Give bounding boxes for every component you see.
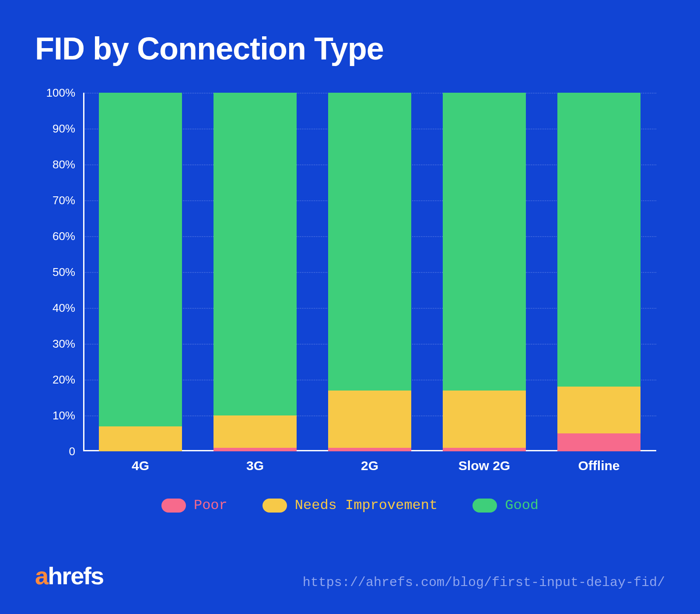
bar-segment: [99, 93, 182, 426]
source-url: https://ahrefs.com/blog/first-input-dela…: [303, 575, 665, 590]
bar-column: [312, 93, 427, 451]
bar-segment: [99, 426, 182, 451]
y-tick: 50%: [52, 265, 75, 279]
y-axis: 010%20%30%40%50%60%70%80%90%100%: [35, 93, 83, 451]
legend: Poor Needs Improvement Good: [35, 497, 665, 513]
bar-segment: [557, 433, 640, 451]
y-tick: 40%: [52, 301, 75, 315]
bar-segment: [557, 93, 640, 387]
bar: [328, 93, 411, 451]
x-label: 3G: [198, 451, 312, 478]
chart-title: FID by Connection Type: [35, 31, 665, 66]
bar-segment: [557, 387, 640, 433]
plot-area: [83, 93, 656, 451]
bars-container: [83, 93, 656, 451]
brand-a: a: [35, 562, 48, 590]
legend-swatch-good: [472, 499, 497, 513]
bar: [214, 93, 297, 451]
y-tick: 70%: [52, 194, 75, 207]
chart-container: 010%20%30%40%50%60%70%80%90%100% 4G3G2GS…: [35, 93, 665, 478]
legend-label-needs: Needs Improvement: [295, 497, 438, 513]
y-tick: 60%: [52, 230, 75, 243]
legend-label-poor: Poor: [194, 497, 228, 513]
bar-column: [542, 93, 656, 451]
legend-item-needs: Needs Improvement: [262, 497, 438, 513]
bar-column: [83, 93, 198, 451]
bar-column: [198, 93, 312, 451]
bar-segment: [328, 391, 411, 448]
bar-segment: [328, 93, 411, 391]
bar-segment: [214, 448, 297, 451]
legend-swatch-poor: [161, 499, 186, 513]
y-tick: 80%: [52, 158, 75, 171]
bar-column: [427, 93, 542, 451]
bar-segment: [214, 93, 297, 415]
bar-segment: [214, 415, 297, 448]
bar-segment: [443, 93, 526, 391]
bar: [557, 93, 640, 451]
legend-item-good: Good: [472, 497, 539, 513]
y-tick: 30%: [52, 337, 75, 351]
legend-swatch-needs: [262, 499, 287, 513]
bar: [99, 93, 182, 451]
y-tick: 0: [69, 445, 75, 458]
brand-rest: hrefs: [48, 562, 103, 590]
x-label: Offline: [542, 451, 656, 478]
bar-segment: [443, 448, 526, 451]
bar-segment: [328, 448, 411, 451]
x-axis-labels: 4G3G2GSlow 2GOffline: [83, 451, 656, 478]
legend-label-good: Good: [505, 497, 539, 513]
x-label: 2G: [312, 451, 427, 478]
y-tick: 90%: [52, 122, 75, 136]
y-tick: 100%: [46, 86, 76, 100]
brand-logo: ahrefs: [35, 562, 103, 590]
legend-item-poor: Poor: [161, 497, 228, 513]
x-label: Slow 2G: [427, 451, 542, 478]
y-tick: 20%: [52, 373, 75, 387]
bar-segment: [443, 391, 526, 448]
y-tick: 10%: [52, 409, 75, 422]
footer: ahrefs https://ahrefs.com/blog/first-inp…: [35, 562, 665, 590]
bar: [443, 93, 526, 451]
x-label: 4G: [83, 451, 198, 478]
